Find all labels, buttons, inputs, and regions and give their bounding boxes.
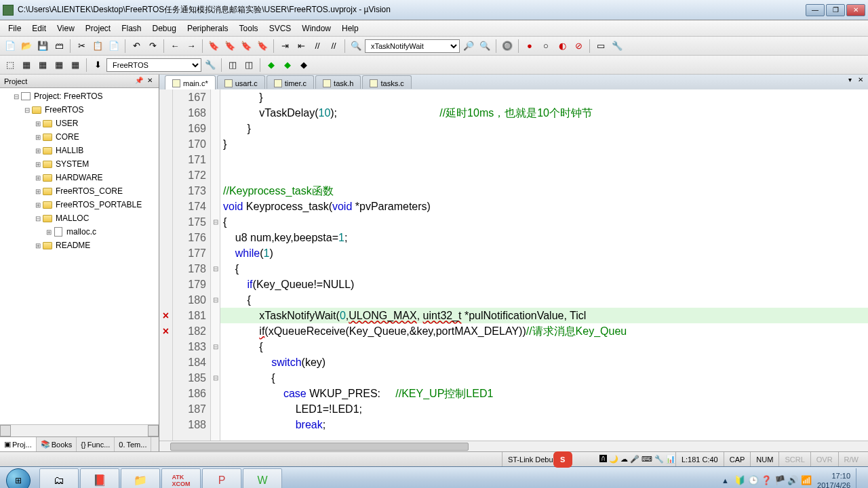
editor-tab[interactable]: tasks.c <box>362 75 411 89</box>
editor-tab[interactable]: usart.c <box>217 75 265 89</box>
task-item-folder[interactable]: 📁 <box>121 468 160 489</box>
code-line[interactable]: } <box>220 121 868 136</box>
rebuild-icon[interactable]: ▦ <box>35 58 50 73</box>
menu-view[interactable]: View <box>52 22 80 35</box>
redo-icon[interactable]: ↷ <box>145 39 160 54</box>
task-item-xcom[interactable]: ATKXCOM <box>161 468 201 489</box>
code-line[interactable]: while(1) <box>220 245 868 261</box>
save-icon[interactable]: 💾 <box>35 39 50 54</box>
code-line[interactable]: { <box>220 261 868 277</box>
menu-file[interactable]: File <box>3 22 26 35</box>
tray-expand-icon[interactable]: ▲ <box>722 476 729 485</box>
scroll-left-icon[interactable] <box>0 425 11 436</box>
code-line[interactable]: } <box>220 136 868 152</box>
collapse-icon[interactable]: ⊟ <box>12 93 20 100</box>
expand-icon[interactable]: ⊞ <box>34 147 42 155</box>
menu-peripherals[interactable]: Peripherals <box>182 22 234 35</box>
task-item-uvision[interactable]: W <box>243 468 282 489</box>
status-config-icon[interactable]: 🅰 🌙 ☁ 🎤 ⌨ 🔧 📊 <box>599 455 675 464</box>
batch-build-icon[interactable]: ▦ <box>52 58 66 73</box>
expand-icon[interactable]: ⊞ <box>34 134 42 141</box>
code-line[interactable]: { <box>220 292 868 308</box>
task-item-explorer[interactable]: 🗂 <box>39 468 79 489</box>
pack-green-icon[interactable]: ◆ <box>264 58 279 73</box>
close-button[interactable]: ✕ <box>846 4 865 16</box>
manage-rte-icon[interactable]: ◫ <box>241 58 256 73</box>
menu-project[interactable]: Project <box>80 22 116 35</box>
new-file-icon[interactable]: 📄 <box>3 39 18 54</box>
expand-icon[interactable]: ⊞ <box>34 242 42 249</box>
find-icon[interactable]: 🔍 <box>349 39 363 54</box>
scroll-right-icon[interactable] <box>148 425 159 436</box>
config-icon[interactable]: 🔧 <box>610 39 625 54</box>
code-line[interactable]: case WKUP_PRES: //KEY_UP控制LED1 <box>220 386 868 401</box>
code-line[interactable]: u8 num,key,beepsta=1; <box>220 230 868 245</box>
tree-group-system[interactable]: ⊞SYSTEM <box>1 157 157 171</box>
menu-debug[interactable]: Debug <box>147 22 182 35</box>
tree-group-hallib[interactable]: ⊞HALLIB <box>1 144 157 157</box>
fold-toggle-icon[interactable]: ⊟ <box>211 339 220 354</box>
pack-installer-icon[interactable]: ◆ <box>296 58 311 73</box>
editor-tab[interactable]: task.h <box>315 75 361 89</box>
project-hscroll[interactable] <box>0 424 159 436</box>
task-item-powerpoint[interactable]: P <box>202 468 241 489</box>
tree-group-hardware[interactable]: ⊞HARDWARE <box>1 171 157 184</box>
menu-edit[interactable]: Edit <box>26 22 52 35</box>
menu-tools[interactable]: Tools <box>234 22 264 35</box>
tree-group-readme[interactable]: ⊞README <box>1 239 157 252</box>
expand-icon[interactable]: ⊞ <box>45 228 53 236</box>
ime-badge-icon[interactable]: S <box>553 451 572 468</box>
start-button[interactable]: ⊞ <box>0 467 37 489</box>
panel-close-icon[interactable]: ✕ <box>145 77 155 86</box>
fold-toggle-icon[interactable]: ⊟ <box>211 261 220 277</box>
scrollbar-thumb[interactable] <box>170 443 469 451</box>
bookmark-next-icon[interactable]: 🔖 <box>239 39 254 54</box>
tree-project-root[interactable]: ⊟ Project: FreeRTOS <box>1 89 157 103</box>
incremental-find-icon[interactable]: 🔍 <box>477 39 492 54</box>
code-line[interactable]: void Keyprocess_task(void *pvParameters) <box>220 199 868 214</box>
function-combo[interactable]: xTaskNotifyWait <box>365 39 460 53</box>
breakpoint-insert-icon[interactable]: ● <box>522 39 537 54</box>
stop-build-icon[interactable]: ▦ <box>68 58 83 73</box>
menu-svcs[interactable]: SVCS <box>264 22 297 35</box>
code-line[interactable]: { <box>220 339 868 354</box>
task-item-pdf[interactable]: 📕 <box>80 468 119 489</box>
code-line[interactable] <box>220 152 868 167</box>
expand-icon[interactable]: ⊞ <box>34 161 42 168</box>
tab-books[interactable]: 📚 Books <box>37 437 77 451</box>
tree-group-user[interactable]: ⊞USER <box>1 117 157 130</box>
expand-icon[interactable]: ⊞ <box>34 174 42 182</box>
tab-dropdown-icon[interactable]: ▾ <box>845 76 854 85</box>
code-line[interactable] <box>220 167 868 183</box>
debug-icon[interactable]: 🔘 <box>500 39 515 54</box>
tree-group-freertos-core[interactable]: ⊞FreeRTOS_CORE <box>1 184 157 198</box>
collapse-icon[interactable]: ⊟ <box>34 215 42 222</box>
cut-icon[interactable]: ✂ <box>74 39 89 54</box>
breakpoint-disable-icon[interactable]: ◐ <box>555 39 570 54</box>
code-line[interactable]: break; <box>220 417 868 432</box>
fold-toggle-icon[interactable]: ⊟ <box>211 292 220 308</box>
maximize-button[interactable]: ❐ <box>826 4 845 16</box>
tab-project[interactable]: ▣ Proj... <box>0 437 37 451</box>
nav-fwd-icon[interactable]: → <box>184 39 199 54</box>
bookmark-clear-icon[interactable]: 🔖 <box>255 39 270 54</box>
code-line[interactable]: switch(key) <box>220 354 868 370</box>
code-line[interactable]: if(xQueueReceive(Key_Queue,&key,portMAX_… <box>220 323 868 339</box>
nav-back-icon[interactable]: ← <box>167 39 182 54</box>
pack-green2-icon[interactable]: ◆ <box>280 58 295 73</box>
window-icon[interactable]: ▭ <box>593 39 608 54</box>
code-line[interactable]: xTaskNotifyWait(0,ULONG_MAX, uint32_t *p… <box>220 308 868 323</box>
code-line[interactable]: } <box>220 89 868 105</box>
editor-hscroll[interactable] <box>159 441 868 451</box>
menu-help[interactable]: Help <box>336 22 364 35</box>
tree-file-malloc[interactable]: ⊞malloc.c <box>1 225 157 239</box>
tray-icons[interactable]: 🔰 🕒 ❓ 🏴 🔊 📶 <box>734 475 812 485</box>
indent-icon[interactable]: ⇥ <box>277 39 292 54</box>
code-line[interactable]: LED1=!LED1; <box>220 401 868 417</box>
find-in-files-icon[interactable]: 🔎 <box>461 39 476 54</box>
show-desktop-button[interactable] <box>856 468 863 489</box>
fold-toggle-icon[interactable]: ⊟ <box>211 370 220 386</box>
code-text[interactable]: } vTaskDelay(10); //延时10ms，也就是10个时钟节 }}/… <box>220 89 868 441</box>
uncomment-icon[interactable]: // <box>326 39 341 54</box>
expand-icon[interactable]: ⊞ <box>34 188 42 195</box>
